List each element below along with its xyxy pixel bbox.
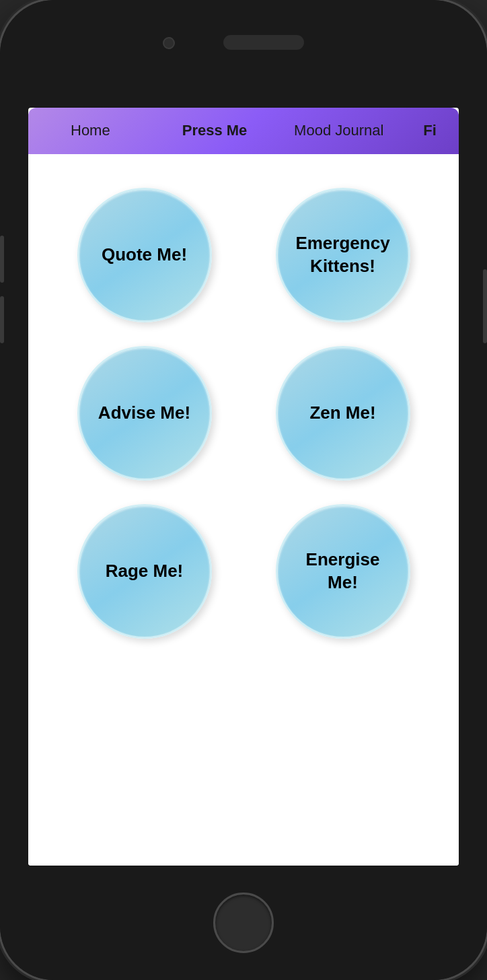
speaker — [223, 35, 304, 50]
phone-top-bar — [0, 0, 487, 108]
home-button[interactable] — [213, 893, 274, 953]
phone-screen: Home Press Me Mood Journal Fi Quote Me! … — [28, 108, 459, 866]
zen-me-button[interactable]: Zen Me! — [276, 346, 410, 481]
nav-bar: Home Press Me Mood Journal Fi — [28, 108, 459, 154]
emergency-kittens-button[interactable]: Emergency Kittens! — [276, 188, 410, 322]
side-buttons-left — [0, 236, 4, 343]
camera — [163, 37, 175, 49]
power-button — [483, 269, 487, 343]
rage-me-button[interactable]: Rage Me! — [77, 504, 212, 639]
volume-up-button — [0, 236, 4, 283]
advise-me-button[interactable]: Advise Me! — [77, 346, 212, 481]
volume-down-button — [0, 296, 4, 343]
main-content: Quote Me! Emergency Kittens! Advise Me! … — [28, 154, 459, 866]
button-grid: Quote Me! Emergency Kittens! Advise Me! … — [48, 181, 439, 645]
phone-bottom — [0, 866, 487, 980]
quote-me-button[interactable]: Quote Me! — [77, 188, 212, 322]
nav-item-press-me[interactable]: Press Me — [153, 108, 277, 154]
phone-frame: Home Press Me Mood Journal Fi Quote Me! … — [0, 0, 487, 980]
nav-item-partial[interactable]: Fi — [401, 108, 459, 154]
nav-item-home[interactable]: Home — [28, 108, 153, 154]
nav-item-mood-journal[interactable]: Mood Journal — [276, 108, 401, 154]
energise-me-button[interactable]: Energise Me! — [276, 504, 410, 639]
